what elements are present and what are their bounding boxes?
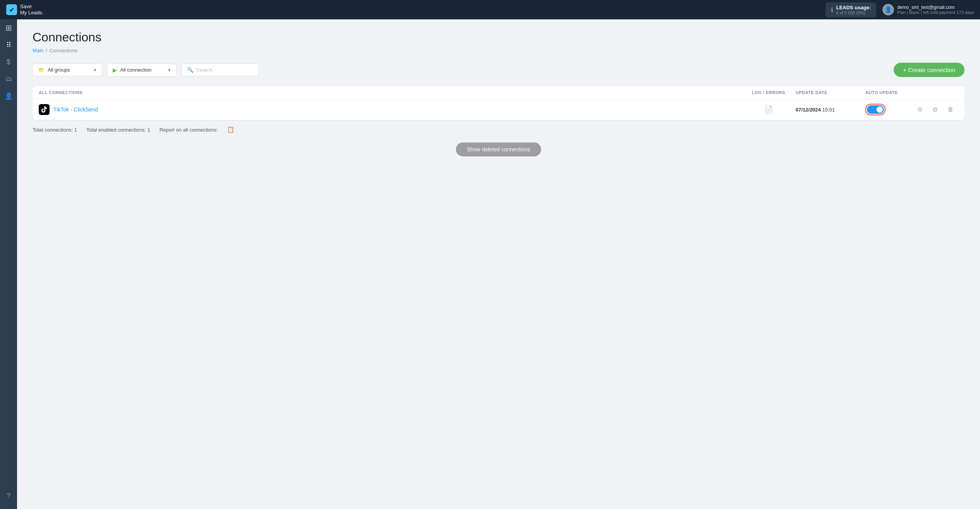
update-date-cell: 07/12/2024 15:01 (796, 107, 865, 113)
search-placeholder: Search (196, 67, 212, 73)
search-box[interactable]: 🔍 Search (181, 63, 259, 76)
connection-link[interactable]: TikTok - ClickSend (53, 106, 98, 113)
settings-action[interactable]: ⚙ (927, 106, 943, 113)
logo: ✔ Save My Leads. (6, 3, 43, 15)
main-content: Connections Main / Connections 📁 All gro… (17, 19, 980, 509)
connection-filter[interactable]: ▶ All connection ▾ (107, 63, 177, 77)
user-info: 👤 demo_sml_test@gmail.com Plan | Basic |… (882, 4, 974, 15)
leads-usage-badge: ℹ LEADS usage: 6 of 5 000 (0%) (825, 2, 877, 17)
connection-icon (39, 104, 50, 115)
leads-usage-label: LEADS usage: (836, 5, 871, 10)
user-plan: Plan | Basic | left until payment 173 da… (897, 10, 974, 15)
user-text: demo_sml_test@gmail.com Plan | Basic | l… (897, 5, 974, 15)
table-header: ALL CONNECTIONS LOG / ERRORS UPDATE DATE… (33, 86, 965, 99)
show-deleted-wrap: Show deleted connections (33, 142, 965, 156)
sidebar-item-connections[interactable]: ⠿ (0, 36, 17, 53)
groups-filter-label: All groups (48, 67, 70, 73)
total-enabled-connections: Total enabled connections: 1 (86, 127, 150, 133)
connections-table: ALL CONNECTIONS LOG / ERRORS UPDATE DATE… (33, 86, 965, 120)
copy-action[interactable]: ⧉ (912, 106, 927, 113)
table-row: TikTok - ClickSend 📄 07/12/2024 15:01 (33, 99, 965, 120)
search-icon: 🔍 (187, 67, 193, 73)
col-header-connections: ALL CONNECTIONS (39, 90, 741, 95)
avatar: 👤 (882, 4, 894, 15)
sidebar-item-account[interactable]: 👤 (0, 87, 17, 105)
page-content: Connections Main / Connections 📁 All gro… (17, 19, 980, 509)
topbar: ✔ Save My Leads. ℹ LEADS usage: 6 of 5 0… (0, 0, 980, 19)
log-icon[interactable]: 📄 (764, 106, 773, 113)
logo-text: Save My Leads. (20, 3, 43, 15)
log-errors-cell: 📄 (741, 105, 796, 114)
page-title: Connections (33, 30, 965, 45)
create-connection-button[interactable]: + Create connection (894, 63, 965, 77)
report-all-connections: Report on all connections: (160, 127, 218, 133)
sidebar-item-help[interactable]: ? (0, 487, 17, 504)
breadcrumb: Main / Connections (33, 48, 965, 53)
toggle-knob (877, 106, 883, 113)
toolbar: 📁 All groups ▾ ▶ All connection ▾ 🔍 Sear… (33, 63, 965, 77)
auto-update-toggle-wrap (865, 104, 885, 115)
col-header-auto: AUTO UPDATE (865, 90, 912, 95)
breadcrumb-current: Connections (50, 48, 77, 53)
logo-icon: ✔ (6, 4, 17, 15)
connection-filter-label: All connection (120, 67, 151, 73)
auto-update-cell (865, 104, 912, 115)
report-icon[interactable]: 📋 (227, 126, 234, 133)
auto-update-toggle[interactable] (867, 105, 884, 114)
connection-name-cell: TikTok - ClickSend (39, 104, 741, 115)
leads-usage-count: 6 of 5 000 (0%) (836, 10, 871, 15)
chevron-down-icon: ▾ (94, 67, 96, 73)
chevron-down-icon-2: ▾ (168, 67, 171, 73)
user-email: demo_sml_test@gmail.com (897, 5, 974, 10)
table-footer: Total connections: 1 Total enabled conne… (33, 120, 965, 133)
total-connections: Total connections: 1 (33, 127, 77, 133)
show-deleted-button[interactable]: Show deleted connections (456, 142, 541, 156)
col-header-update: UPDATE DATE (796, 90, 865, 95)
sidebar-item-home[interactable]: ⊞ (0, 19, 17, 36)
breadcrumb-sep: / (46, 48, 47, 53)
groups-filter[interactable]: 📁 All groups ▾ (33, 63, 102, 76)
delete-action[interactable]: 🗑 (943, 106, 958, 113)
col-header-log: LOG / ERRORS (741, 90, 796, 95)
sidebar-item-templates[interactable]: 🗂 (0, 70, 17, 87)
sidebar: ☰ ⊞ ⠿ $ 🗂 👤 ? (0, 0, 17, 509)
breadcrumb-main[interactable]: Main (33, 48, 43, 53)
sidebar-item-billing[interactable]: $ (0, 53, 17, 70)
